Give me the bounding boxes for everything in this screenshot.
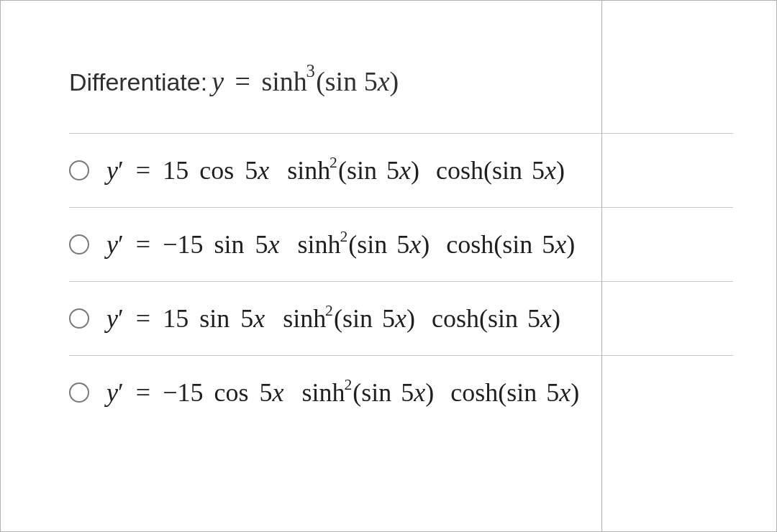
- x2: x: [399, 156, 411, 185]
- trig: cos: [214, 378, 248, 407]
- prime: ′: [118, 156, 124, 185]
- pow2: 2: [340, 228, 347, 245]
- paren2: (: [479, 304, 488, 333]
- x2: x: [395, 304, 406, 333]
- options-list: y′ = 15 cos 5x sinh2(sin 5x) cosh(sin 5x…: [69, 133, 733, 429]
- paren-close: ): [411, 156, 419, 185]
- equals: =: [136, 230, 150, 259]
- coef: −15: [163, 230, 203, 259]
- x: x: [258, 156, 269, 185]
- five: 5: [255, 230, 268, 259]
- equals: =: [136, 156, 150, 185]
- option-c[interactable]: y′ = 15 sin 5x sinh2(sin 5x) cosh(sin 5x…: [69, 281, 733, 355]
- x3: x: [540, 304, 552, 333]
- var-x: x: [378, 66, 390, 96]
- x2: x: [414, 378, 425, 407]
- x2: x: [409, 230, 421, 259]
- x: x: [272, 378, 283, 407]
- x: x: [268, 230, 280, 259]
- radio-icon[interactable]: [69, 382, 89, 403]
- sin-fn: sin: [325, 66, 357, 96]
- sin2: sin: [488, 304, 518, 333]
- var-y: y: [106, 304, 118, 333]
- vertical-divider: [601, 1, 602, 531]
- paren-close2: ): [571, 378, 579, 407]
- trig: sin: [199, 304, 230, 333]
- quiz-card: Differentiate: y = sinh3(sin 5x) y′ = 15…: [0, 0, 777, 532]
- five: 5: [245, 156, 258, 185]
- coef: 15: [163, 304, 188, 333]
- sin: sin: [361, 378, 391, 407]
- paren: (: [334, 304, 342, 333]
- coef-5: 5: [364, 66, 378, 96]
- paren-open: (: [316, 66, 325, 96]
- x3: x: [545, 156, 556, 185]
- pow2: 2: [344, 376, 352, 393]
- cosh: cosh: [436, 156, 483, 185]
- paren2: (: [498, 378, 506, 407]
- radio-icon[interactable]: [69, 160, 89, 180]
- power-3: 3: [306, 61, 315, 81]
- five3: 5: [532, 156, 545, 185]
- coef: −15: [163, 378, 203, 407]
- five2: 5: [401, 378, 414, 407]
- trig: cos: [199, 156, 234, 185]
- paren-close2: ): [552, 304, 560, 333]
- paren-close2: ): [566, 230, 575, 259]
- paren: (: [348, 230, 357, 259]
- equals: =: [136, 304, 150, 333]
- prime: ′: [118, 304, 124, 333]
- var-y: y: [106, 230, 118, 259]
- option-a-expr: y′ = 15 cos 5x sinh2(sin 5x) cosh(sin 5x…: [106, 155, 565, 185]
- paren2: (: [483, 156, 492, 185]
- equals-sign: =: [235, 66, 250, 96]
- radio-icon[interactable]: [69, 308, 89, 329]
- var-y: y: [106, 156, 118, 185]
- paren2: (: [494, 230, 502, 259]
- sin: sin: [357, 230, 387, 259]
- cosh: cosh: [432, 304, 479, 333]
- five3: 5: [542, 230, 555, 259]
- sinh: sinh: [283, 304, 326, 333]
- sinh: sinh: [301, 378, 345, 407]
- x3: x: [555, 230, 566, 259]
- trig: sin: [214, 230, 244, 259]
- option-a[interactable]: y′ = 15 cos 5x sinh2(sin 5x) cosh(sin 5x…: [69, 133, 733, 207]
- paren: (: [338, 156, 347, 185]
- question-label: Differentiate:: [69, 68, 207, 96]
- radio-icon[interactable]: [69, 234, 89, 254]
- five: 5: [240, 304, 253, 333]
- option-b[interactable]: y′ = −15 sin 5x sinh2(sin 5x) cosh(sin 5…: [69, 207, 733, 281]
- cosh: cosh: [446, 230, 494, 259]
- option-d-expr: y′ = −15 cos 5x sinh2(sin 5x) cosh(sin 5…: [106, 377, 579, 408]
- x: x: [253, 304, 265, 333]
- var-y: y: [212, 66, 224, 96]
- var-y: y: [106, 378, 118, 407]
- question-math: y = sinh3(sin 5x): [212, 65, 399, 97]
- equals: =: [136, 378, 150, 407]
- paren-close: ): [421, 230, 430, 259]
- sinh: sinh: [287, 156, 330, 185]
- option-b-expr: y′ = −15 sin 5x sinh2(sin 5x) cosh(sin 5…: [106, 229, 575, 260]
- pow2: 2: [330, 154, 337, 171]
- five: 5: [259, 378, 272, 407]
- five2: 5: [386, 156, 399, 185]
- paren-close2: ): [556, 156, 565, 185]
- five3: 5: [546, 378, 559, 407]
- sin: sin: [347, 156, 377, 185]
- option-d[interactable]: y′ = −15 cos 5x sinh2(sin 5x) cosh(sin 5…: [69, 355, 733, 429]
- sin: sin: [342, 304, 373, 333]
- prime: ′: [118, 230, 124, 259]
- sin2: sin: [492, 156, 522, 185]
- five2: 5: [382, 304, 395, 333]
- cosh: cosh: [450, 378, 498, 407]
- paren-close: ): [406, 304, 415, 333]
- x3: x: [559, 378, 571, 407]
- coef: 15: [163, 156, 188, 185]
- sinh-fn: sinh: [261, 66, 306, 96]
- sin2: sin: [502, 230, 532, 259]
- paren: (: [353, 378, 361, 407]
- pow2: 2: [325, 302, 333, 319]
- prime: ′: [118, 378, 124, 407]
- sin2: sin: [506, 378, 537, 407]
